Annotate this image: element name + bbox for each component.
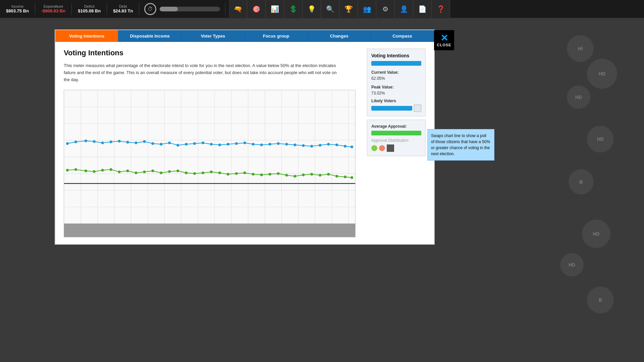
tab-changes[interactable]: Changes — [308, 30, 371, 42]
modal-body: Voting Intentions This meter measures wh… — [55, 42, 434, 244]
svg-point-31 — [118, 140, 121, 143]
svg-point-88 — [302, 174, 305, 176]
search-icon-btn[interactable]: 🔍 — [321, 0, 339, 18]
approval-dist-label: Approval Distribution — [371, 138, 421, 143]
svg-point-78 — [218, 172, 221, 174]
close-label: CLOSE — [437, 43, 451, 47]
clock-icon: ⏱ — [144, 3, 156, 15]
svg-point-34 — [143, 140, 146, 143]
svg-point-68 — [135, 172, 138, 174]
svg-point-85 — [277, 172, 280, 175]
approval-dist-toggle[interactable] — [387, 144, 394, 152]
svg-point-52 — [293, 144, 296, 146]
peak-value-row: Peak Value: 73.02% — [371, 84, 421, 96]
svg-point-41 — [202, 142, 204, 144]
svg-point-65 — [110, 168, 112, 171]
svg-point-37 — [168, 142, 171, 144]
people-icon-btn[interactable]: 👥 — [358, 0, 376, 18]
voting-intentions-modal: Voting Intentions Disposable Income Vote… — [55, 29, 435, 245]
approval-dot-green — [371, 145, 377, 151]
svg-point-27 — [85, 140, 87, 142]
tab-bar: Voting Intentions Disposable Income Vote… — [55, 30, 434, 42]
expenditure-value: -$908.83 Bn — [41, 8, 65, 13]
svg-point-82 — [252, 173, 255, 176]
close-button[interactable]: ✕ CLOSE — [434, 30, 454, 50]
svg-point-62 — [85, 170, 87, 172]
right-info-panel: Voting Intentions Current Value: 62.05% … — [367, 49, 426, 237]
trophy-icon-btn[interactable]: 🏆 — [339, 0, 358, 18]
debt-label: Debt — [119, 4, 127, 8]
dollar-icon-btn[interactable]: 💲 — [284, 0, 303, 18]
svg-point-91 — [327, 173, 330, 176]
map-circle-5: B — [569, 169, 594, 194]
map-circle-8: B — [587, 287, 614, 313]
gear-icon-btn[interactable]: ⚙ — [376, 0, 395, 18]
map-circle-3: HD — [567, 85, 590, 109]
likely-voters-toggle[interactable] — [414, 105, 421, 112]
svg-point-32 — [126, 141, 129, 144]
current-value-row: Current Value: 62.05% — [371, 69, 421, 81]
svg-point-71 — [160, 172, 162, 174]
svg-point-50 — [277, 142, 280, 145]
clock-area: ⏱ — [139, 3, 225, 15]
svg-point-40 — [193, 142, 196, 145]
svg-point-94 — [351, 176, 353, 179]
tab-focus-group[interactable]: Focus group — [245, 30, 308, 42]
svg-point-48 — [260, 144, 263, 146]
crosshair-icon-btn[interactable]: 🎯 — [247, 0, 266, 18]
approval-dist-row — [371, 144, 421, 152]
approval-dist-section: Approval Distribution — [371, 138, 421, 152]
map-circle-4: HD — [587, 126, 614, 153]
lightbulb-icon-btn[interactable]: 💡 — [303, 0, 321, 18]
chart-scrollbar[interactable] — [64, 224, 355, 237]
map-circle-2: HD — [587, 59, 617, 89]
svg-point-36 — [160, 143, 162, 146]
current-value: 62.05% — [371, 76, 385, 81]
deficit-label: Deficit — [84, 4, 95, 8]
likely-voters-label: Likely Voters — [371, 99, 421, 103]
svg-point-53 — [302, 144, 305, 147]
income-label: Income — [11, 4, 23, 8]
svg-point-93 — [344, 176, 346, 178]
income-value: $803.75 Bn — [6, 8, 29, 13]
tab-voter-types[interactable]: Voter Types — [181, 30, 245, 42]
svg-point-42 — [210, 143, 213, 146]
expenditure-stat: Expenditure -$908.83 Bn — [35, 3, 72, 15]
map-circle-6: HD — [582, 220, 610, 248]
debt-value: $24.83 Tn — [113, 8, 133, 13]
tab-voting-intentions[interactable]: Voting Intentions — [55, 30, 118, 42]
svg-point-77 — [210, 171, 213, 173]
likely-voters-section: Likely Voters — [371, 99, 421, 112]
tab-disposable-income[interactable]: Disposable Income — [118, 30, 181, 42]
approval-dot-salmon — [379, 145, 385, 151]
svg-point-81 — [244, 172, 246, 174]
peak-value: 73.02% — [371, 91, 385, 96]
deficit-value: $105.08 Bn — [78, 8, 101, 13]
svg-point-39 — [185, 143, 187, 146]
svg-point-92 — [335, 175, 338, 178]
tab-compass[interactable]: Compass — [371, 30, 434, 42]
svg-point-28 — [93, 140, 96, 143]
person-icon-btn[interactable]: 👤 — [395, 0, 413, 18]
info-card-title: Voting Intentions — [371, 53, 421, 58]
map-circle-7: HD — [560, 253, 584, 277]
svg-point-87 — [293, 175, 296, 178]
document-icon-btn[interactable]: 📄 — [413, 0, 432, 18]
svg-point-83 — [260, 174, 263, 176]
question-icon-btn[interactable]: ❓ — [432, 0, 450, 18]
svg-point-72 — [168, 170, 171, 173]
chart-container — [64, 90, 356, 237]
svg-point-75 — [193, 172, 196, 175]
svg-point-35 — [151, 142, 154, 145]
modal-description: This meter measures what percentage of t… — [64, 62, 339, 83]
svg-point-79 — [227, 173, 229, 176]
svg-point-58 — [344, 145, 346, 148]
svg-point-64 — [101, 169, 104, 172]
svg-point-49 — [269, 143, 271, 146]
time-progress — [160, 7, 220, 11]
svg-point-89 — [310, 173, 313, 176]
svg-point-43 — [218, 144, 221, 146]
gun-icon-btn[interactable]: 🔫 — [229, 0, 247, 18]
chart-icon-btn[interactable]: 📊 — [266, 0, 284, 18]
peak-value-label: Peak Value: — [371, 85, 394, 89]
